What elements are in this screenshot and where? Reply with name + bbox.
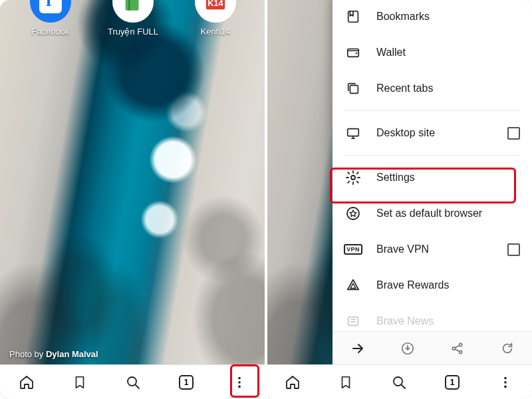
svg-point-5 [238,385,241,388]
svg-point-10 [351,176,355,180]
rewards-icon [344,277,362,294]
home-button[interactable] [284,374,301,391]
menu-footer-bar [332,331,532,364]
menu-item-wallet[interactable]: Wallet [332,35,532,70]
svg-point-17 [394,377,402,386]
menu-item-brave-rewards[interactable]: Brave Rewards [332,267,532,303]
app-truyen-full[interactable]: Truyện FULL [100,0,166,37]
menu-label: Brave Rewards [376,279,520,291]
vpn-icon: VPN [344,241,362,258]
tabs-button[interactable]: 1 [444,374,461,391]
svg-point-16 [459,350,462,353]
menu-separator [344,110,520,111]
menu-item-brave-vpn[interactable]: VPN Brave VPN [332,231,532,267]
share-button[interactable] [449,340,466,357]
menu-button[interactable] [497,374,514,391]
download-button[interactable] [399,340,416,357]
book-icon [112,0,154,23]
facebook-icon [39,0,62,13]
menu-label: Brave VPN [376,243,507,255]
svg-point-18 [504,376,507,379]
browser-menu-sheet: Bookmarks Wallet Recent tabs [332,0,532,364]
svg-rect-12 [348,317,358,326]
reload-button[interactable] [499,340,516,357]
app-kenh14[interactable]: K14 Kenh14 [182,0,249,37]
app-label: Truyện FULL [100,27,166,37]
svg-rect-9 [348,129,359,136]
news-icon [344,313,362,330]
wallpaper-credit: Photo by Dylan Malval [9,349,98,359]
menu-item-settings[interactable]: Settings [332,160,532,196]
svg-point-14 [452,346,455,349]
menu-label: Settings [376,172,520,184]
desktop-site-checkbox[interactable] [507,127,520,140]
menu-item-brave-news[interactable]: Brave News [332,303,532,331]
menu-label: Brave News [376,315,520,327]
svg-point-4 [238,381,241,384]
menu-label: Set as default browser [376,207,520,219]
svg-point-3 [238,376,241,379]
kenh14-icon: K14 [195,0,236,23]
forward-button[interactable] [349,340,366,357]
svg-point-15 [459,343,462,346]
home-button[interactable] [18,374,35,391]
app-label: Kenh14 [182,27,249,37]
search-button[interactable] [390,374,408,391]
left-phone-screen: Facebook Truyện FULL K14 Kenh14 Photo by… [0,0,266,399]
svg-point-20 [504,385,507,388]
vpn-checkbox[interactable] [507,243,520,256]
gear-icon [344,169,362,186]
home-apps-row: Facebook Truyện FULL K14 Kenh14 [0,0,266,37]
wallpaper-image [0,0,266,399]
svg-rect-8 [350,85,358,93]
bookmarks-button[interactable] [71,374,88,391]
browser-bottom-nav: 1 [0,364,266,399]
search-button[interactable] [124,374,142,391]
svg-point-11 [347,207,359,219]
menu-separator [344,155,520,156]
browser-bottom-nav: 1 [266,364,532,399]
tabs-button[interactable]: 1 [178,374,195,391]
desktop-icon [344,124,362,142]
bookmark-icon [344,8,362,25]
menu-label: Wallet [376,47,520,59]
menu-item-default-browser[interactable]: Set as default browser [332,196,532,231]
menu-label: Recent tabs [376,82,520,94]
menu-item-bookmarks[interactable]: Bookmarks [332,0,532,35]
star-badge-icon [344,205,362,222]
app-label: Facebook [17,27,84,37]
menu-item-desktop-site[interactable]: Desktop site [332,115,532,151]
recent-tabs-icon [344,80,362,97]
right-phone-screen: Bookmarks Wallet Recent tabs [266,0,532,399]
wallet-icon [344,44,362,61]
svg-point-19 [504,381,507,384]
menu-label: Bookmarks [376,11,520,23]
app-facebook[interactable]: Facebook [17,0,84,37]
menu-item-recent-tabs[interactable]: Recent tabs [332,70,532,106]
phone-gutter [265,0,267,399]
svg-point-2 [128,377,136,386]
svg-text:K14: K14 [207,0,223,8]
menu-label: Desktop site [376,127,507,139]
menu-button[interactable] [231,374,248,391]
bookmarks-button[interactable] [337,374,354,391]
